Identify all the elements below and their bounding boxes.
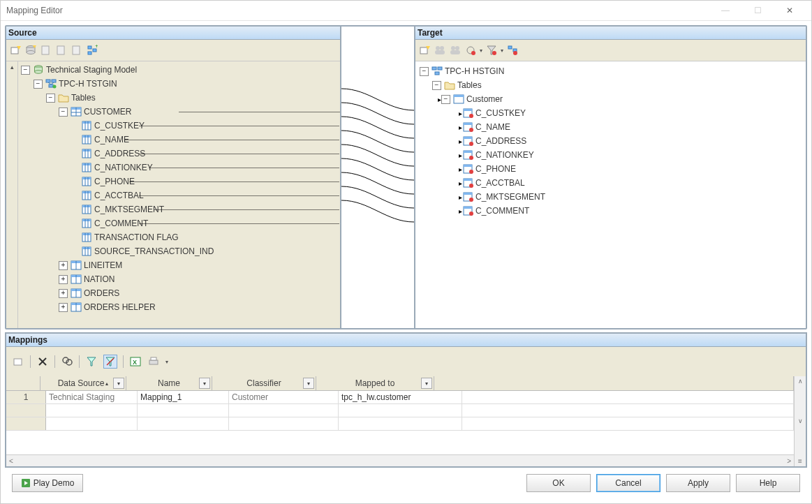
chevron-down-icon[interactable]: ▾	[303, 378, 314, 389]
target-header: Target	[415, 27, 806, 40]
svg-rect-43	[82, 163, 91, 165]
print-icon[interactable]	[147, 355, 160, 368]
chevron-down-icon[interactable]: ▾	[199, 378, 210, 389]
hierarchy-red-icon[interactable]	[506, 44, 519, 57]
svg-rect-123	[464, 179, 472, 181]
tree-node-column[interactable]: ▸C_CUSTKEY	[415, 106, 806, 120]
ok-button[interactable]: OK	[526, 474, 591, 492]
chevron-down-icon[interactable]: ▾	[113, 378, 124, 389]
tree-node-root[interactable]: − Technical Staging Model	[18, 63, 340, 77]
cancel-button[interactable]: Cancel	[596, 474, 660, 492]
grid-body[interactable]: 1 Technical Staging Mapping_1 Customer t…	[6, 391, 794, 454]
tree-node-column[interactable]: C_MKTSEGMENT	[18, 202, 340, 216]
grid-vscroll[interactable]: ∧ ∨ ≡	[794, 376, 806, 466]
help-button[interactable]: Help	[736, 474, 800, 492]
svg-rect-33	[82, 135, 91, 138]
hierarchy-add-icon[interactable]: +	[86, 44, 98, 57]
source-scrollbar[interactable]: ▴	[6, 61, 18, 328]
tree-node-column[interactable]: ▸C_COMMENT	[415, 204, 806, 218]
excel-icon[interactable]: X	[129, 355, 142, 368]
tree-node-column[interactable]: C_NATIONKEY	[18, 161, 340, 175]
new-target-icon[interactable]	[418, 44, 431, 57]
tree-node-table[interactable]: +ORDERS HELPER	[18, 300, 340, 314]
source-panel: Source + ▴ − Technical Staging	[6, 27, 341, 328]
table-row[interactable]	[6, 404, 794, 417]
column-icon	[81, 120, 92, 131]
tree-node-column[interactable]: C_ADDRESS	[18, 147, 340, 161]
cell-mapped-to: tpc_h_lw.customer	[339, 391, 462, 403]
source-toolbar: +	[6, 40, 340, 61]
svg-point-101	[513, 51, 517, 55]
schema-icon	[45, 78, 57, 89]
tree-node-column[interactable]: ▸C_ADDRESS	[415, 134, 806, 148]
new-source-icon[interactable]	[9, 44, 22, 57]
table-row[interactable]: 1 Technical Staging Mapping_1 Customer t…	[6, 391, 794, 404]
table-row[interactable]	[6, 417, 794, 431]
filter-red-icon[interactable]	[485, 44, 498, 57]
tree-node-column[interactable]: ▸C_ACCTBAL	[415, 176, 806, 190]
close-button[interactable]: ✕	[774, 1, 806, 20]
apply-button[interactable]: Apply	[666, 474, 730, 492]
mapping-editor-window: Mapping Editor — ☐ ✕ Source + ▴	[0, 0, 812, 504]
play-demo-button[interactable]: Play Demo	[12, 474, 83, 492]
tree-node-table[interactable]: +NATION	[18, 272, 340, 286]
tree-node-customer[interactable]: − CUSTOMER	[18, 105, 340, 119]
tree-node-column[interactable]: C_COMMENT	[18, 216, 340, 230]
filter-icon[interactable]	[85, 355, 98, 368]
svg-rect-68	[82, 233, 91, 235]
mappings-panel: Mappings X ▾ Data Source▴▾	[5, 332, 807, 468]
tree-node-column[interactable]: C_PHONE	[18, 175, 340, 188]
users-icon[interactable]	[434, 44, 446, 57]
tree-node-column[interactable]: ▸C_NATIONKEY	[415, 148, 806, 162]
tree-node-table[interactable]: +ORDERS	[18, 286, 340, 300]
svg-point-92	[451, 46, 455, 50]
open-icon[interactable]	[12, 355, 24, 368]
svg-rect-53	[82, 191, 91, 193]
column-icon	[462, 121, 473, 133]
svg-point-121	[469, 170, 473, 174]
gear-red-icon[interactable]	[464, 44, 477, 57]
tree-node-column[interactable]: TRANSACTION FLAG	[18, 230, 340, 244]
source-tree[interactable]: − Technical Staging Model − TPC-H TSTGIN…	[18, 61, 340, 328]
tree-node-table[interactable]: +LINEITEM	[18, 258, 340, 272]
tree-node-column[interactable]: C_CUSTKEY	[18, 119, 340, 133]
dialog-footer: Play Demo OK Cancel Apply Help	[5, 468, 807, 498]
svg-rect-63	[82, 219, 91, 221]
table-icon	[71, 274, 82, 285]
page2-icon[interactable]	[55, 44, 68, 57]
tree-node-column[interactable]: C_ACCTBAL	[18, 188, 340, 202]
tree-node-column[interactable]: ▸C_NAME	[415, 120, 806, 134]
find-icon[interactable]	[61, 355, 73, 368]
tree-node-target-tables[interactable]: − Tables	[415, 78, 806, 92]
chevron-down-icon[interactable]: ▾	[421, 378, 432, 389]
col-classifier[interactable]: Classifier▾	[212, 376, 316, 390]
tree-node-column[interactable]: C_NAME	[18, 133, 340, 147]
svg-point-89	[436, 46, 440, 50]
window-title: Mapping Editor	[6, 6, 709, 15]
table-icon	[71, 288, 82, 299]
col-mapped-to[interactable]: Mapped to▾	[316, 376, 434, 390]
filter-active-icon[interactable]	[103, 355, 117, 369]
svg-rect-99	[508, 46, 512, 49]
tree-node-db[interactable]: − TPC-H TSTGIN	[18, 77, 340, 91]
source-tree-area: ▴ − Technical Staging Model − TPC-H TSTG…	[6, 61, 340, 328]
delete-icon[interactable]	[36, 355, 49, 368]
col-name[interactable]: Name▾	[126, 376, 212, 390]
table-icon	[71, 260, 82, 271]
col-blank	[434, 376, 794, 390]
svg-rect-108	[464, 109, 472, 111]
db-add-icon[interactable]	[24, 44, 37, 57]
page3-icon[interactable]	[71, 44, 83, 57]
tree-node-column[interactable]: SOURCE_TRANSACTION_IND	[18, 244, 340, 258]
tree-node-target-customer[interactable]: ▸ − Customer	[415, 92, 806, 106]
target-tree[interactable]: − TPC-H HSTGIN − Tables ▸ −	[415, 61, 806, 328]
tree-node-column[interactable]: ▸C_MKTSEGMENT	[415, 190, 806, 204]
tree-node-tables[interactable]: − Tables	[18, 91, 340, 105]
column-icon	[462, 191, 473, 202]
tree-node-target-db[interactable]: − TPC-H HSTGIN	[415, 64, 806, 78]
page1-icon[interactable]	[40, 44, 52, 57]
grid-hscroll[interactable]: <>	[6, 454, 794, 466]
col-data-source[interactable]: Data Source▴▾	[40, 376, 126, 390]
users2-icon[interactable]	[449, 44, 462, 57]
tree-node-column[interactable]: ▸C_PHONE	[415, 162, 806, 176]
